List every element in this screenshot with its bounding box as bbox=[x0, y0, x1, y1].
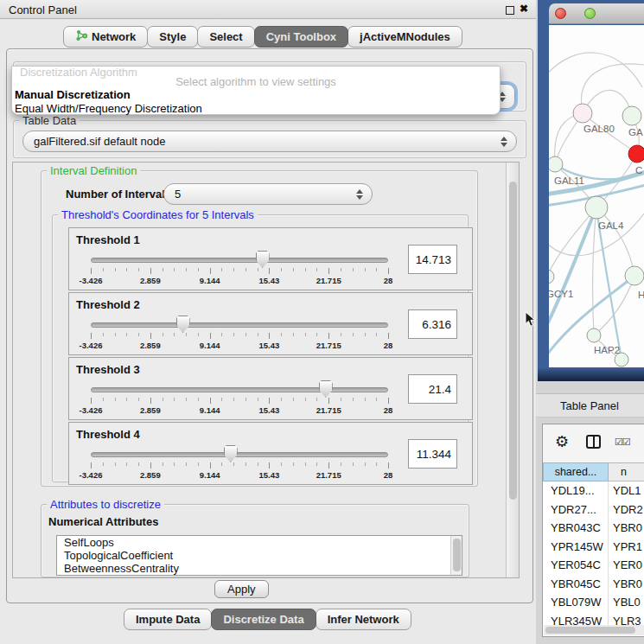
cell-name[interactable]: YDR2 bbox=[609, 501, 644, 520]
network-node[interactable] bbox=[549, 270, 554, 284]
table-row[interactable]: YLR345WYLR3 bbox=[543, 612, 644, 626]
table-row[interactable]: YDR27...YDR2 bbox=[543, 501, 644, 520]
cell-shared-name[interactable]: YBR045C bbox=[543, 575, 609, 594]
threshold-value-field[interactable]: 11.344 bbox=[408, 439, 457, 469]
tab-label: Impute Data bbox=[136, 613, 200, 626]
cell-name[interactable]: YDL1 bbox=[609, 481, 644, 501]
tab-jactivemnodules[interactable]: jActiveMNodules bbox=[348, 26, 462, 48]
threshold-value-field[interactable]: 14.713 bbox=[408, 245, 457, 274]
scrollbar-thumb[interactable] bbox=[453, 539, 461, 571]
window-frame-bottom bbox=[538, 367, 644, 381]
table-horizontal-scrollbar[interactable] bbox=[544, 625, 644, 635]
network-node[interactable] bbox=[587, 328, 601, 342]
list-item[interactable]: TopologicalCoefficient bbox=[57, 549, 462, 562]
slider-thumb[interactable] bbox=[176, 316, 190, 333]
cell-shared-name[interactable]: YBL079W bbox=[543, 593, 609, 612]
float-window-icon[interactable] bbox=[506, 6, 514, 15]
slider-track[interactable] bbox=[91, 452, 388, 457]
apply-button[interactable]: Apply bbox=[214, 580, 269, 598]
tab-infer-network[interactable]: Infer Network bbox=[316, 609, 411, 630]
scrollbar-thumb[interactable] bbox=[545, 627, 635, 634]
tab-label: Infer Network bbox=[328, 613, 399, 626]
zoom-traffic-light[interactable] bbox=[584, 8, 596, 19]
slider-thumb[interactable] bbox=[319, 380, 333, 398]
threshold-label: Threshold 3 bbox=[76, 363, 140, 376]
desktop-area: GAL80GACGAL11GAL4GCY1HHAP2 Table Panel ⚙… bbox=[536, 0, 644, 644]
number-of-intervals-spinner[interactable]: 5 bbox=[163, 183, 373, 205]
checkboxes-icon[interactable]: ☑☑ bbox=[615, 437, 630, 448]
network-view-window[interactable]: GAL80GACGAL11GAL4GCY1HHAP2 bbox=[538, 0, 644, 381]
network-node[interactable] bbox=[625, 266, 644, 285]
network-window-titlebar[interactable] bbox=[549, 3, 644, 24]
slider-track[interactable] bbox=[91, 322, 388, 328]
table-row[interactable]: YBL079WYBL0 bbox=[543, 593, 644, 612]
threshold-label: Threshold 2 bbox=[76, 298, 140, 311]
network-node[interactable] bbox=[628, 145, 644, 163]
popup-option-manual[interactable]: Manual Discretization bbox=[15, 88, 131, 101]
slider-track[interactable] bbox=[91, 387, 388, 392]
intervals-value: 5 bbox=[175, 188, 181, 201]
tab-style[interactable]: Style bbox=[147, 26, 198, 48]
settings-vertical-scrollbar[interactable] bbox=[506, 163, 519, 577]
threshold-value-field[interactable]: 21.4 bbox=[408, 374, 457, 404]
scrollbar-thumb[interactable] bbox=[509, 182, 517, 500]
popup-option-equal-width[interactable]: Equal Width/Frequency Discretization bbox=[15, 102, 202, 115]
network-node[interactable] bbox=[573, 104, 592, 123]
tab-label: Style bbox=[159, 30, 186, 43]
cell-name[interactable]: YER0 bbox=[609, 556, 644, 575]
cell-shared-name[interactable]: YDL19... bbox=[543, 481, 609, 501]
list-item[interactable]: BetweennessCentrality bbox=[57, 562, 462, 575]
slider-tick-labels: -3.4262.8599.14415.4321.71528 bbox=[91, 470, 388, 481]
table-row[interactable]: YER054CYER0 bbox=[543, 556, 644, 575]
table-row[interactable]: YBR043CYBR0 bbox=[543, 519, 644, 538]
cell-name[interactable]: YBR0 bbox=[609, 575, 644, 594]
cell-shared-name[interactable]: YBR043C bbox=[543, 519, 609, 538]
tab-network[interactable]: Network bbox=[63, 26, 148, 48]
tab-select[interactable]: Select bbox=[197, 26, 254, 48]
table-data-group: Table Data galFiltered.sif default node bbox=[13, 120, 526, 158]
table-row[interactable]: YPR145WYPR1 bbox=[543, 538, 644, 557]
cell-name[interactable]: YBR0 bbox=[609, 519, 644, 538]
table-data-label: Table Data bbox=[19, 114, 80, 127]
network-canvas[interactable]: GAL80GACGAL11GAL4GCY1HHAP2 bbox=[549, 25, 644, 368]
cell-shared-name[interactable]: YLR345W bbox=[543, 612, 609, 626]
cell-shared-name[interactable]: YPR145W bbox=[543, 538, 609, 557]
network-node[interactable] bbox=[585, 196, 608, 219]
column-header-name[interactable]: n bbox=[609, 462, 644, 481]
slider-thumb[interactable] bbox=[256, 251, 270, 268]
table-data-combobox[interactable]: galFiltered.sif default node bbox=[22, 131, 517, 152]
tab-impute-data[interactable]: Impute Data bbox=[124, 609, 212, 630]
cell-name[interactable]: YPR1 bbox=[609, 538, 644, 557]
close-traffic-light[interactable] bbox=[555, 8, 566, 19]
cell-name[interactable]: YLR3 bbox=[609, 612, 644, 626]
node-label: GAL4 bbox=[598, 220, 624, 231]
list-scrollbar[interactable] bbox=[450, 536, 462, 575]
table-rows[interactable]: YDL19...YDL1YDR27...YDR2YBR043CYBR0YPR14… bbox=[543, 481, 644, 625]
column-header-shared[interactable]: shared... bbox=[543, 462, 609, 481]
cell-name[interactable]: YBL0 bbox=[609, 593, 644, 612]
numerical-attributes-label: Numerical Attributes bbox=[48, 515, 158, 528]
cell-shared-name[interactable]: YER054C bbox=[543, 556, 609, 575]
columns-icon[interactable] bbox=[586, 435, 601, 449]
attributes-listbox[interactable]: SelfLoopsTopologicalCoefficientBetweenne… bbox=[56, 535, 462, 576]
slider-track[interactable] bbox=[91, 258, 388, 263]
network-node[interactable] bbox=[622, 106, 641, 125]
threshold-value-field[interactable]: 6.316 bbox=[408, 309, 457, 339]
minimize-traffic-light[interactable] bbox=[570, 8, 581, 19]
threshold-panel: Threshold 2-3.4262.8599.14415.4321.71528… bbox=[68, 292, 473, 355]
slider-thumb[interactable] bbox=[224, 445, 238, 462]
network-icon bbox=[75, 29, 87, 44]
tab-label: Cyni Toolbox bbox=[266, 30, 336, 43]
node-label: HAP2 bbox=[594, 345, 620, 355]
close-icon[interactable]: ✖ bbox=[520, 3, 528, 15]
list-item[interactable]: SelfLoops bbox=[57, 536, 462, 549]
table-row[interactable]: YBR045CYBR0 bbox=[543, 575, 644, 594]
tab-cyni-toolbox[interactable]: Cyni Toolbox bbox=[254, 26, 348, 48]
interval-definition-label: Interval Definition bbox=[47, 164, 140, 177]
table-row[interactable]: YDL19...YDL1 bbox=[543, 481, 644, 501]
combo-arrows-icon bbox=[501, 137, 507, 147]
network-node[interactable] bbox=[549, 156, 563, 172]
gear-icon[interactable]: ⚙ bbox=[555, 432, 569, 451]
cell-shared-name[interactable]: YDR27... bbox=[543, 501, 609, 520]
tab-discretize-data[interactable]: Discretize Data bbox=[211, 609, 316, 630]
